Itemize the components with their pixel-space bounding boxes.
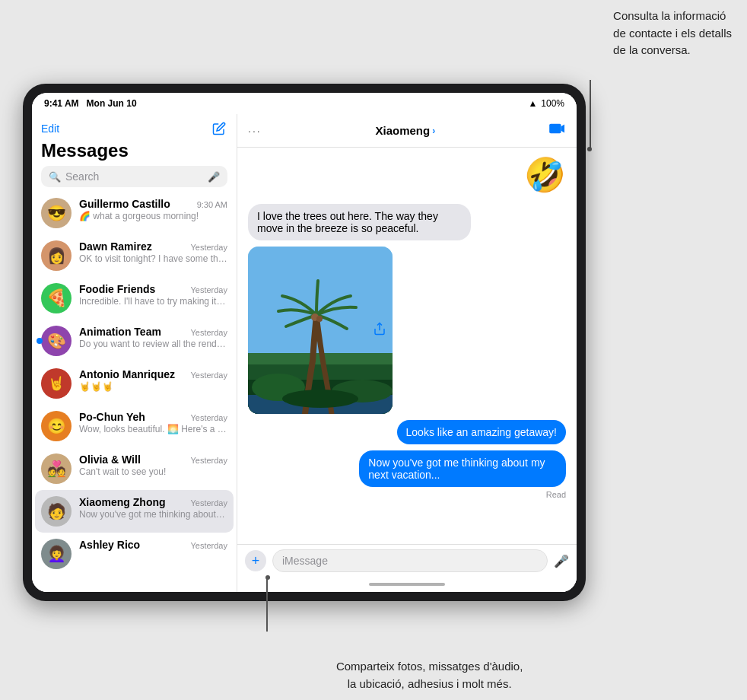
edit-button[interactable]: Edit (41, 123, 59, 135)
conversation-item-ashley[interactable]: 👩‍🦱 Ashley Rico Yesterday (32, 533, 237, 575)
status-time: 9:41 AM Mon Jun 10 (44, 98, 137, 109)
main-content: Edit Messages 🔍 Search (32, 114, 577, 592)
conv-content-guillermo: Guillermo Castillo 9:30 AM 🌈 what a gorg… (79, 198, 227, 221)
sidebar-header: Edit (32, 114, 237, 140)
ipad-screen: 9:41 AM Mon Jun 10 ▲ 100% Edit (32, 93, 577, 592)
chat-panel: ··· Xiaomeng › (237, 114, 577, 592)
avatar-guillermo: 😎 (41, 198, 72, 228)
status-icons: ▲ 100% (528, 98, 564, 109)
sidebar: Edit Messages 🔍 Search (32, 114, 237, 592)
avatar-foodie: 🍕 (41, 283, 72, 313)
conversation-item-pochun[interactable]: 😊 Po-Chun Yeh Yesterday Wow, looks beaut… (32, 405, 237, 447)
conv-time-ashley: Yesterday (190, 541, 227, 550)
conversation-item-xiaomeng[interactable]: 🧑 Xiaomeng Zhong Yesterday Now you've go… (35, 490, 234, 533)
search-input[interactable]: Search (65, 170, 203, 183)
conversation-item-antonio[interactable]: 🤘 Antonio Manriquez Yesterday 🤘🤘🤘 (32, 362, 237, 405)
chat-contact-name-label: Xiaomeng (375, 124, 430, 137)
more-options-icon[interactable]: ··· (248, 125, 262, 137)
svg-point-6 (316, 316, 323, 322)
conv-time-xiaomeng: Yesterday (190, 498, 227, 508)
message-sent-vacation: Now you've got me thinking about my next… (359, 450, 566, 487)
conv-time-foodie: Yesterday (190, 285, 227, 294)
add-attachment-button[interactable]: + (245, 550, 266, 571)
search-bar[interactable]: 🔍 Search 🎤 (41, 166, 227, 187)
annotation-top-right: Consulta la informació de contacte i els… (613, 8, 732, 59)
avatar-pochun: 😊 (41, 411, 72, 441)
conv-name-olivia: Olivia & Will (79, 453, 141, 466)
message-received-trees: I love the trees out here. The way they … (248, 204, 471, 240)
message-input-field[interactable]: iMessage (272, 549, 548, 572)
conv-name-xiaomeng: Xiaomeng Zhong (79, 496, 166, 508)
conv-content-xiaomeng: Xiaomeng Zhong Yesterday Now you've got … (79, 496, 227, 520)
conv-name-ashley: Ashley Rico (79, 539, 140, 551)
avatar-antonio: 🤘 (41, 368, 72, 399)
conv-time-guillermo: 9:30 AM (197, 200, 227, 209)
mic-icon: 🎤 (208, 171, 220, 183)
home-indicator (237, 577, 577, 592)
message-read-label: Read (546, 490, 566, 499)
annotation-dot-top (587, 147, 592, 151)
conv-name-animation: Animation Team (79, 326, 161, 338)
compose-button[interactable] (211, 120, 227, 137)
conv-preview-olivia: Can't wait to see you! (79, 466, 227, 477)
annotation-line-bottom (266, 578, 268, 632)
conv-preview-pochun: Wow, looks beautiful. 🌅 Here's a photo o… (79, 424, 227, 434)
conv-preview-foodie: Incredible. I'll have to try making it m… (79, 296, 227, 307)
avatar-xiaomeng: 🧑 (41, 496, 72, 527)
conv-preview-xiaomeng: Now you've got me thinking about my next… (79, 509, 227, 520)
conv-preview-animation: Do you want to review all the renders to… (79, 339, 227, 349)
conv-name-dawn: Dawn Ramirez (79, 240, 152, 253)
conv-content-dawn: Dawn Ramirez Yesterday OK to visit tonig… (79, 240, 227, 264)
conv-name-foodie: Foodie Friends (79, 283, 155, 295)
unread-dot-animation (37, 338, 43, 344)
conv-content-ashley: Ashley Rico Yesterday (79, 539, 227, 552)
ipad-frame: 9:41 AM Mon Jun 10 ▲ 100% Edit (23, 84, 586, 601)
conv-time-pochun: Yesterday (190, 413, 227, 422)
conv-name-guillermo: Guillermo Castillo (79, 198, 170, 210)
video-call-button[interactable] (549, 122, 566, 139)
chat-header: ··· Xiaomeng › (237, 114, 577, 148)
conv-time-dawn: Yesterday (190, 243, 227, 252)
status-bar: 9:41 AM Mon Jun 10 ▲ 100% (32, 93, 577, 114)
conv-time-antonio: Yesterday (190, 371, 227, 380)
chat-messages: 🤣 I love the trees out here. The way the… (237, 148, 577, 544)
conv-content-animation: Animation Team Yesterday Do you want to … (79, 326, 227, 349)
message-image-palm[interactable] (248, 247, 393, 414)
conv-name-pochun: Po-Chun Yeh (79, 411, 145, 423)
message-sent-getaway: Looks like an amazing getaway! (397, 420, 566, 444)
conversation-item-dawn[interactable]: 👩 Dawn Ramirez Yesterday OK to visit ton… (32, 234, 237, 277)
wifi-icon: ▲ (528, 98, 537, 109)
conv-content-olivia: Olivia & Will Yesterday Can't wait to se… (79, 453, 227, 477)
palm-tree-photo (248, 247, 393, 414)
message-input-placeholder: iMessage (282, 555, 328, 567)
conv-content-antonio: Antonio Manriquez Yesterday 🤘🤘🤘 (79, 368, 227, 392)
avatar-olivia: 💑 (41, 453, 72, 484)
chevron-right-icon: › (432, 126, 435, 136)
avatar-animation: 🎨 (41, 326, 72, 356)
conversation-item-foodie[interactable]: 🍕 Foodie Friends Yesterday Incredible. I… (32, 277, 237, 320)
conversation-item-guillermo[interactable]: 😎 Guillermo Castillo 9:30 AM 🌈 what a go… (32, 192, 237, 234)
mic-record-button[interactable]: 🎤 (554, 554, 569, 568)
annotation-dot-bottom (265, 575, 270, 580)
conv-time-animation: Yesterday (190, 328, 227, 337)
conv-content-pochun: Po-Chun Yeh Yesterday Wow, looks beautif… (79, 411, 227, 434)
conversation-item-olivia[interactable]: 💑 Olivia & Will Yesterday Can't wait to … (32, 447, 237, 490)
chat-contact-button[interactable]: Xiaomeng › (375, 124, 435, 137)
annotation-bottom: Comparteix fotos, missatges d'àudio, la … (336, 658, 523, 692)
search-icon: 🔍 (49, 171, 61, 183)
conv-preview-dawn: OK to visit tonight? I have some things … (79, 253, 227, 264)
avatar-dawn: 👩 (41, 240, 72, 271)
emoji-reaction: 🤣 (524, 155, 566, 195)
avatar-ashley: 👩‍🦱 (41, 539, 72, 569)
conv-preview-antonio: 🤘🤘🤘 (79, 381, 227, 392)
battery-icon: 100% (541, 98, 564, 109)
conv-preview-guillermo: 🌈 what a gorgeous morning! (79, 211, 227, 221)
chat-input-bar: + iMessage 🎤 (237, 544, 577, 577)
conversation-item-animation[interactable]: 🎨 Animation Team Yesterday Do you want t… (32, 320, 237, 362)
home-bar (369, 583, 445, 586)
annotation-line-top (590, 80, 591, 148)
sidebar-title: Messages (32, 140, 237, 166)
conv-content-foodie: Foodie Friends Yesterday Incredible. I'l… (79, 283, 227, 307)
conversation-list: 😎 Guillermo Castillo 9:30 AM 🌈 what a go… (32, 192, 237, 592)
share-icon[interactable] (373, 322, 386, 339)
